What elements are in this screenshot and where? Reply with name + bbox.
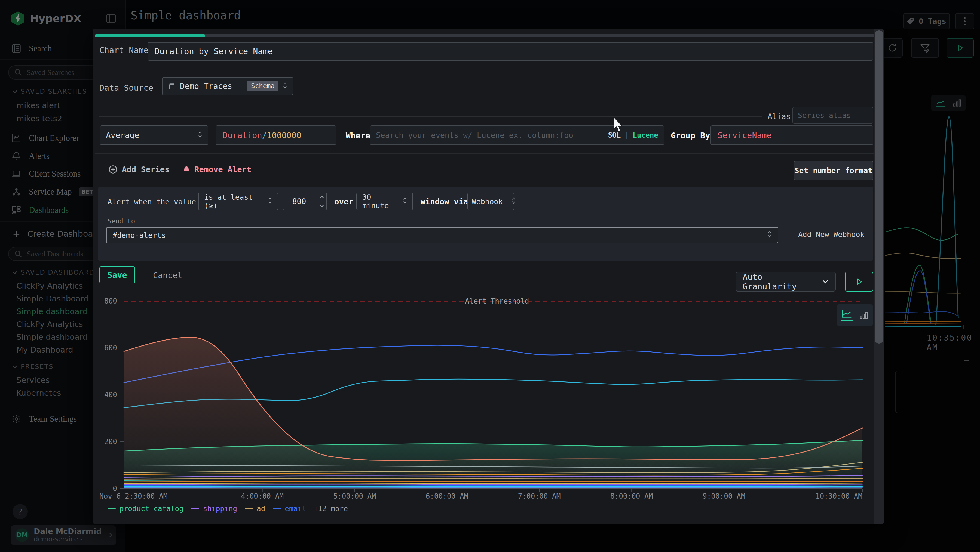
svg-text:Alert Threshold: Alert Threshold — [465, 297, 529, 305]
chart-legend: product-catalog shipping ad email +12 mo… — [108, 504, 348, 513]
alert-window-select[interactable]: 30 minute — [356, 193, 413, 210]
group-by-label: Group By — [671, 131, 710, 140]
svg-text:400: 400 — [104, 391, 117, 399]
svg-text:10:30:00 AM: 10:30:00 AM — [816, 492, 862, 500]
svg-text:7:00:00 AM: 7:00:00 AM — [518, 492, 561, 500]
save-button[interactable]: Save — [99, 266, 135, 283]
svg-text:0: 0 — [113, 485, 117, 493]
svg-text:5:00:00 AM: 5:00:00 AM — [334, 492, 376, 500]
line-chart-icon — [841, 309, 853, 319]
number-stepper[interactable] — [317, 193, 326, 209]
select-updown-icon — [268, 196, 272, 206]
text-caret — [307, 197, 307, 206]
chart-name-input[interactable] — [148, 42, 873, 61]
group-by-input[interactable]: ServiceName — [711, 125, 873, 145]
legend-item[interactable]: product-catalog — [108, 504, 183, 513]
loading-progress-bar — [95, 34, 205, 37]
legend-item[interactable]: email — [273, 504, 306, 513]
svg-text:600: 600 — [104, 344, 117, 352]
cancel-button[interactable]: Cancel — [153, 271, 182, 280]
send-to-label: Send to — [108, 217, 135, 225]
select-updown-icon — [283, 81, 287, 91]
circle-plus-icon — [108, 165, 118, 174]
svg-text:6:00:00 AM: 6:00:00 AM — [426, 492, 468, 500]
modal-scrollbar[interactable] — [874, 29, 884, 524]
field-expression-input[interactable]: Duration/1000000 — [216, 125, 336, 145]
svg-text:4:00:00 AM: 4:00:00 AM — [241, 492, 284, 500]
select-updown-icon — [512, 196, 516, 206]
svg-text:8:00:00 AM: 8:00:00 AM — [610, 492, 653, 500]
alert-threshold-input[interactable]: 800 — [283, 193, 327, 210]
chevron-down-icon — [822, 279, 829, 284]
add-new-webhook-button[interactable]: Add New Webhook — [798, 230, 865, 239]
alias-label: Alias — [768, 112, 791, 121]
divider — [99, 116, 762, 117]
play-icon — [855, 278, 863, 286]
scrollbar-thumb[interactable] — [875, 30, 883, 343]
data-source-select[interactable]: Demo Traces Schema — [162, 77, 293, 95]
legend-more-link[interactable]: +12 more — [314, 504, 348, 513]
svg-text:200: 200 — [104, 437, 117, 446]
add-series-button[interactable]: Add Series — [108, 165, 170, 174]
set-number-format-button[interactable]: Set number format — [794, 161, 873, 180]
stepper-down-icon[interactable] — [320, 204, 324, 207]
alert-config-panel: Alert when the value is at least (≥) 800… — [98, 187, 873, 261]
select-updown-icon — [767, 230, 772, 240]
database-icon — [168, 82, 176, 90]
window-via-label: window via — [421, 197, 468, 206]
series-alias-input[interactable] — [792, 107, 873, 124]
schema-badge: Schema — [247, 81, 278, 91]
where-label: Where — [346, 131, 370, 140]
over-label: over — [334, 197, 353, 206]
chart-name-label: Chart Name — [99, 46, 149, 55]
duration-chart[interactable]: 0200400600800Nov 6 2:30:00 AM4:00:00 AM5… — [92, 286, 884, 524]
select-updown-icon — [402, 196, 407, 206]
chart-type-toggle[interactable] — [837, 304, 873, 326]
alert-channel-select[interactable]: Webhook — [468, 193, 514, 210]
svg-text:Nov 6 2:30:00 AM: Nov 6 2:30:00 AM — [99, 492, 167, 500]
divider — [95, 67, 881, 68]
line-chart-tab-active[interactable] — [841, 309, 853, 321]
edit-chart-modal: Chart Name Data Source Demo Traces Schem… — [92, 29, 884, 524]
loading-progress-track — [95, 34, 882, 37]
aggregation-select[interactable]: Average — [100, 125, 208, 145]
legend-item[interactable]: shipping — [191, 504, 237, 513]
svg-text:9:00:00 AM: 9:00:00 AM — [703, 492, 745, 500]
bell-icon — [182, 165, 191, 174]
alert-prefix-label: Alert when the value — [108, 198, 196, 206]
stepper-up-icon[interactable] — [320, 196, 324, 199]
mouse-cursor — [613, 117, 625, 134]
data-source-label: Data Source — [99, 83, 154, 93]
remove-alert-button[interactable]: Remove Alert — [182, 165, 251, 174]
lucene-toggle[interactable]: Lucene — [633, 131, 658, 139]
where-placeholder: Search your events w/ Lucene ex. column:… — [376, 131, 604, 140]
divider — [95, 153, 881, 154]
bar-chart-icon[interactable] — [859, 311, 869, 320]
select-updown-icon — [198, 130, 202, 140]
legend-item[interactable]: ad — [245, 504, 265, 513]
svg-text:800: 800 — [104, 297, 117, 305]
webhook-select[interactable]: #demo-alerts — [106, 227, 778, 243]
alert-condition-select[interactable]: is at least (≥) — [198, 193, 278, 210]
